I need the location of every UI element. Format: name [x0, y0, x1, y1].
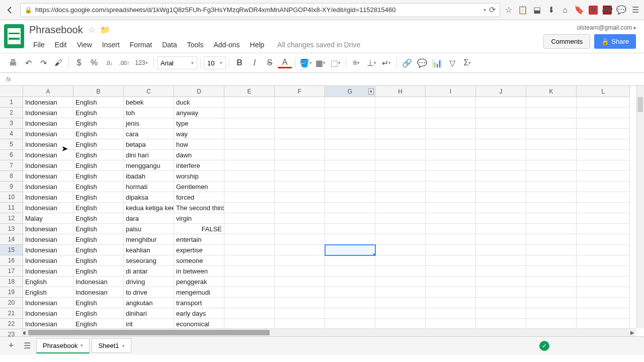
cell-F11[interactable] — [275, 203, 325, 213]
cell-H22[interactable] — [375, 319, 426, 329]
cell-H17[interactable] — [375, 266, 426, 277]
cell-J7[interactable] — [476, 160, 526, 171]
cell-H1[interactable] — [375, 97, 426, 108]
cell-G18[interactable] — [325, 277, 375, 287]
cell-G2[interactable] — [325, 108, 375, 118]
cell-F5[interactable] — [275, 139, 325, 150]
cell-G1[interactable] — [325, 97, 375, 108]
cell-D4[interactable]: way — [174, 129, 224, 139]
cell-K1[interactable] — [526, 97, 577, 108]
cell-K17[interactable] — [526, 266, 577, 277]
sheet-tab-phrasebook[interactable]: Phrasebook▾ — [36, 338, 90, 353]
cell-D3[interactable]: type — [174, 118, 224, 129]
cell-E13[interactable] — [224, 224, 275, 234]
column-header-J[interactable]: J — [476, 86, 526, 97]
cell-B14[interactable]: English — [73, 234, 124, 245]
cell-G9[interactable] — [325, 182, 375, 192]
cell-G7[interactable] — [325, 160, 375, 171]
cell-E21[interactable] — [224, 308, 275, 319]
cell-L22[interactable] — [577, 319, 630, 329]
cell-A21[interactable]: Indonesian — [23, 308, 73, 319]
cell-I2[interactable] — [426, 108, 476, 118]
cell-D13[interactable]: FALSE — [174, 224, 224, 234]
cell-G5[interactable] — [325, 139, 375, 150]
cell-J15[interactable] — [476, 245, 526, 255]
cell-E8[interactable] — [224, 171, 275, 182]
cell-E5[interactable] — [224, 139, 275, 150]
cell-I9[interactable] — [426, 182, 476, 192]
menu-icon[interactable]: ☰ — [631, 6, 640, 15]
cell-L17[interactable] — [577, 266, 630, 277]
cell-H5[interactable] — [375, 139, 426, 150]
row-header-17[interactable]: 17 — [0, 266, 23, 277]
cell-I14[interactable] — [426, 234, 476, 245]
cell-C20[interactable]: angkutan — [124, 298, 174, 308]
cell-K12[interactable] — [526, 213, 577, 224]
cell-G20[interactable] — [325, 298, 375, 308]
cell-F19[interactable] — [275, 287, 325, 298]
menu-format[interactable]: Format — [126, 39, 156, 51]
row-header-7[interactable]: 7 — [0, 160, 23, 171]
sheets-app-icon[interactable] — [4, 24, 24, 48]
comment-button[interactable]: 💬 — [415, 56, 429, 70]
cell-G22[interactable] — [325, 319, 375, 329]
cell-K7[interactable] — [526, 160, 577, 171]
cell-A13[interactable]: Indonesian — [23, 224, 73, 234]
cell-J10[interactable] — [476, 192, 526, 203]
row-header-15[interactable]: 15 — [0, 245, 23, 255]
cell-C19[interactable]: to drive — [124, 287, 174, 298]
cell-G15[interactable] — [325, 245, 375, 255]
cell-L19[interactable] — [577, 287, 630, 298]
cell-D17[interactable]: in between — [174, 266, 224, 277]
menu-addons[interactable]: Add-ons — [209, 39, 244, 51]
cell-B12[interactable]: English — [73, 213, 124, 224]
cell-H14[interactable] — [375, 234, 426, 245]
cell-E9[interactable] — [224, 182, 275, 192]
cell-K11[interactable] — [526, 203, 577, 213]
row-header-12[interactable]: 12 — [0, 213, 23, 224]
cell-K20[interactable] — [526, 298, 577, 308]
cell-E19[interactable] — [224, 287, 275, 298]
cell-A14[interactable]: Indonesian — [23, 234, 73, 245]
menu-view[interactable]: View — [73, 39, 96, 51]
move-folder-icon[interactable]: 📁 — [100, 25, 110, 35]
cell-F2[interactable] — [275, 108, 325, 118]
redo-icon[interactable]: ↷ — [36, 56, 50, 70]
cell-D5[interactable]: how — [174, 139, 224, 150]
cell-K5[interactable] — [526, 139, 577, 150]
currency-button[interactable]: $ — [72, 56, 86, 70]
functions-button[interactable]: Σ▾ — [460, 56, 474, 70]
cell-A1[interactable]: Indonesian — [23, 97, 73, 108]
cell-H18[interactable] — [375, 277, 426, 287]
text-color-button[interactable]: A — [278, 57, 292, 68]
cell-H3[interactable] — [375, 118, 426, 129]
cell-K14[interactable] — [526, 234, 577, 245]
font-size-select[interactable]: 10▾ — [204, 56, 226, 69]
cell-D19[interactable]: mengemudi — [174, 287, 224, 298]
cell-L3[interactable] — [577, 118, 630, 129]
sheet-tab-sheet1[interactable]: Sheet1▾ — [92, 338, 131, 353]
cell-I22[interactable] — [426, 319, 476, 329]
cell-F10[interactable] — [275, 192, 325, 203]
cell-G19[interactable] — [325, 287, 375, 298]
cell-C13[interactable]: palsu — [124, 224, 174, 234]
column-header-E[interactable]: E — [224, 86, 275, 97]
strikethrough-button[interactable]: S — [263, 56, 277, 70]
menu-insert[interactable]: Insert — [98, 39, 124, 51]
cell-G12[interactable] — [325, 213, 375, 224]
cell-D8[interactable]: worship — [174, 171, 224, 182]
cell-E1[interactable] — [224, 97, 275, 108]
url-bar[interactable]: 🔒 https://docs.google.com/spreadsheets/d… — [20, 3, 500, 17]
cell-B13[interactable]: English — [73, 224, 124, 234]
cell-E12[interactable] — [224, 213, 275, 224]
cell-L20[interactable] — [577, 298, 630, 308]
bookmark-icon[interactable]: 🔖 — [575, 6, 584, 15]
cell-I17[interactable] — [426, 266, 476, 277]
menu-data[interactable]: Data — [158, 39, 181, 51]
cell-D6[interactable]: dawn — [174, 150, 224, 160]
cell-H7[interactable] — [375, 160, 426, 171]
bold-button[interactable]: B — [232, 56, 247, 70]
cell-A11[interactable]: Indonesian — [23, 203, 73, 213]
cell-B7[interactable]: English — [73, 160, 124, 171]
cell-D22[interactable]: economical — [174, 319, 224, 329]
